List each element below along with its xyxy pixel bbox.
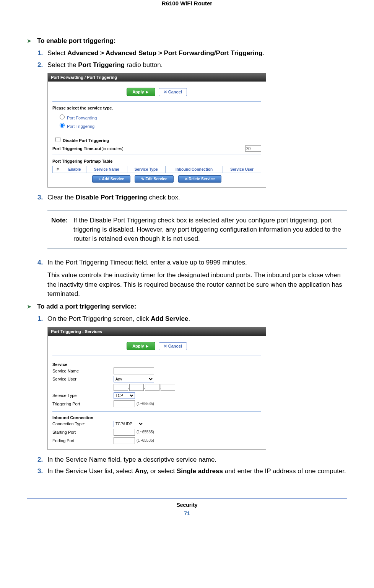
col-service-type: Service Type: [127, 166, 165, 173]
footer-page-number: 71: [0, 510, 374, 516]
inbound-heading: Inbound Connection: [52, 415, 261, 420]
menu-path: Advanced > Advanced Setup > Port Forward…: [67, 49, 262, 57]
edit-service-button[interactable]: ✎ Edit Service: [135, 175, 174, 183]
ui-label: Disable Port Triggering: [76, 194, 147, 201]
ending-port-input[interactable]: [114, 437, 135, 444]
radio-input[interactable]: [60, 123, 65, 128]
note-text: If the Disable Port Triggering check box…: [73, 216, 343, 243]
step-text: In the Service User list, select: [47, 467, 135, 475]
step-text: Select: [47, 49, 67, 57]
step-paragraph: This value controls the inactivity timer…: [47, 271, 347, 299]
screenshot-port-triggering-services: Port Triggering - Services Apply ► ✕ Can…: [47, 327, 266, 450]
triggering-port-input[interactable]: [114, 400, 135, 407]
footer-chapter: Security: [0, 502, 374, 508]
col-index: #: [53, 166, 63, 173]
portmap-table: # Enable Service Name Service Type Inbou…: [52, 166, 261, 173]
port-range-hint: (1~65535): [137, 438, 154, 443]
ui-label: Add Service: [151, 315, 188, 322]
ip-octet-2[interactable]: [129, 384, 144, 391]
connection-type-select[interactable]: TCP/UDP: [114, 421, 144, 427]
task-heading-enable: ➤ To enable port triggering:: [27, 37, 347, 45]
ip-octet-1[interactable]: [114, 384, 128, 391]
radio-label: Port Triggering: [67, 124, 94, 129]
starting-port-input[interactable]: [114, 429, 135, 436]
timeout-input[interactable]: [245, 145, 261, 152]
task-heading-add-service: ➤ To add a port triggering service:: [27, 303, 347, 310]
window-title: Port Forwarding / Port Triggering: [48, 73, 266, 82]
step-number: 2.: [37, 455, 47, 465]
step-number: 1.: [37, 49, 47, 58]
service-user-label: Service User: [52, 377, 114, 381]
ui-label: Any,: [135, 467, 149, 475]
service-name-label: Service Name: [52, 369, 114, 373]
step-text: In the Port Triggering Timeout field, en…: [47, 259, 247, 266]
step-number: 4.: [37, 258, 47, 299]
arrow-icon: ➤: [27, 38, 32, 44]
step-number: 2.: [37, 60, 47, 70]
cancel-button[interactable]: ✕ Cancel: [159, 88, 187, 96]
step-text: On the Port Triggering screen, click: [47, 315, 151, 322]
radio-port-forwarding[interactable]: Port Forwarding: [52, 113, 261, 121]
step-text: radio button.: [125, 61, 163, 69]
note-label: Note:: [51, 216, 73, 243]
ui-label: Port Triggering: [78, 61, 125, 69]
service-name-input[interactable]: [114, 368, 154, 374]
add-service-button[interactable]: + Add Service: [92, 175, 130, 183]
step-b1: 1. On the Port Triggering screen, click …: [37, 314, 347, 324]
step-a3: 3. Clear the Disable Port Triggering che…: [37, 193, 347, 203]
col-service-user: Service User: [223, 166, 261, 173]
step-text: Select the: [47, 61, 78, 69]
apply-button[interactable]: Apply ►: [127, 342, 155, 350]
step-a2: 2. Select the Port Triggering radio butt…: [37, 60, 347, 70]
task-heading-text: To enable port triggering:: [37, 37, 116, 45]
step-number: 1.: [37, 314, 47, 324]
disable-port-triggering-checkbox[interactable]: Disable Port Triggering: [52, 135, 261, 144]
window-title: Port Triggering - Services: [48, 327, 266, 336]
radio-port-triggering[interactable]: Port Triggering: [52, 121, 261, 129]
timeout-unit: (in minutes): [101, 146, 123, 151]
arrow-icon: ➤: [27, 303, 32, 310]
step-text: check box.: [147, 194, 180, 201]
step-number: 3.: [37, 193, 47, 203]
step-a4: 4. In the Port Triggering Timeout field,…: [37, 258, 347, 299]
service-type-label: Service Type: [52, 393, 114, 398]
checkbox-input[interactable]: [55, 137, 60, 142]
step-text: .: [189, 315, 190, 322]
document-header: R6100 WiFi Router: [0, 0, 374, 29]
portmap-table-title: Port Triggering Portmap Table: [52, 159, 261, 163]
cancel-button[interactable]: ✕ Cancel: [159, 342, 187, 350]
checkbox-label: Disable Port Triggering: [63, 138, 109, 143]
connection-type-label: Connection Type:: [52, 421, 114, 426]
screenshot-port-forwarding: Port Forwarding / Port Triggering Apply …: [47, 73, 266, 188]
timeout-label: Port Triggering Time-out: [52, 146, 101, 151]
step-text: and enter the IP address of one computer…: [223, 467, 346, 475]
triggering-port-label: Triggering Port: [52, 402, 114, 406]
task-heading-text: To add a port triggering service:: [37, 303, 136, 310]
radio-label: Port Forwarding: [67, 116, 97, 120]
service-type-select[interactable]: TCP: [114, 392, 135, 399]
apply-button[interactable]: Apply ►: [127, 88, 155, 96]
step-number: 3.: [37, 467, 47, 476]
ending-port-label: Ending Port: [52, 438, 114, 443]
ip-octet-4[interactable]: [161, 384, 175, 391]
service-type-label: Please select the service type.: [52, 106, 261, 110]
step-text: In the Service Name field, type a descri…: [47, 455, 347, 465]
note-block: Note: If the Disable Port Triggering che…: [47, 210, 347, 249]
delete-service-button[interactable]: ✕ Delete Service: [178, 175, 221, 183]
step-b2: 2. In the Service Name field, type a des…: [37, 455, 347, 465]
port-range-hint: (1~65535): [137, 402, 154, 406]
port-range-hint: (1~65535): [137, 430, 154, 434]
step-text: Clear the: [47, 194, 76, 201]
starting-port-label: Starting Port: [52, 430, 114, 434]
ip-octet-3[interactable]: [145, 384, 159, 391]
step-b3: 3. In the Service User list, select Any,…: [37, 467, 347, 476]
radio-input[interactable]: [60, 114, 65, 119]
col-enable: Enable: [63, 166, 86, 173]
service-user-select[interactable]: Any: [114, 376, 154, 382]
step-a1: 1. Select Advanced > Advanced Setup > Po…: [37, 49, 347, 58]
service-heading: Service: [52, 360, 261, 367]
step-text: .: [262, 49, 264, 57]
col-inbound: Inbound Connection: [165, 166, 223, 173]
ui-label: Single address: [177, 467, 223, 475]
col-service-name: Service Name: [86, 166, 127, 173]
